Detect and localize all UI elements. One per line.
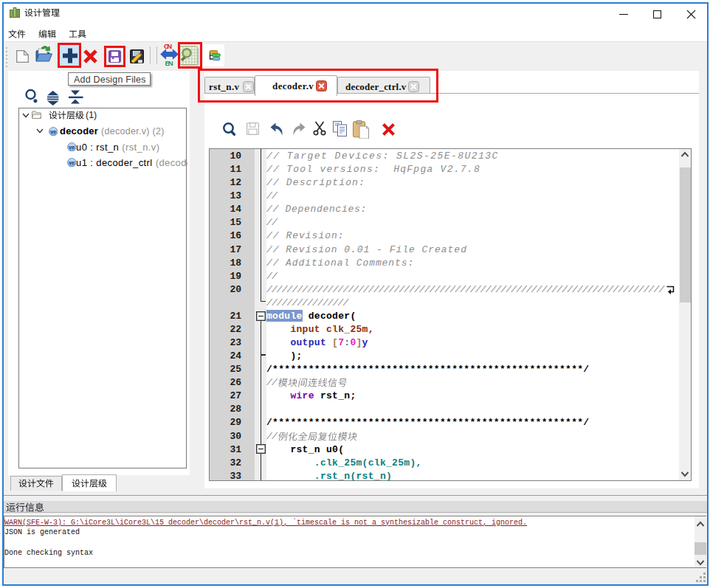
svg-text:ve: ve [50, 128, 56, 134]
svg-text:ve: ve [69, 159, 75, 165]
svg-text:CN: CN [164, 42, 172, 50]
svg-text:ve: ve [69, 143, 75, 150]
svg-text:EN: EN [165, 59, 173, 67]
